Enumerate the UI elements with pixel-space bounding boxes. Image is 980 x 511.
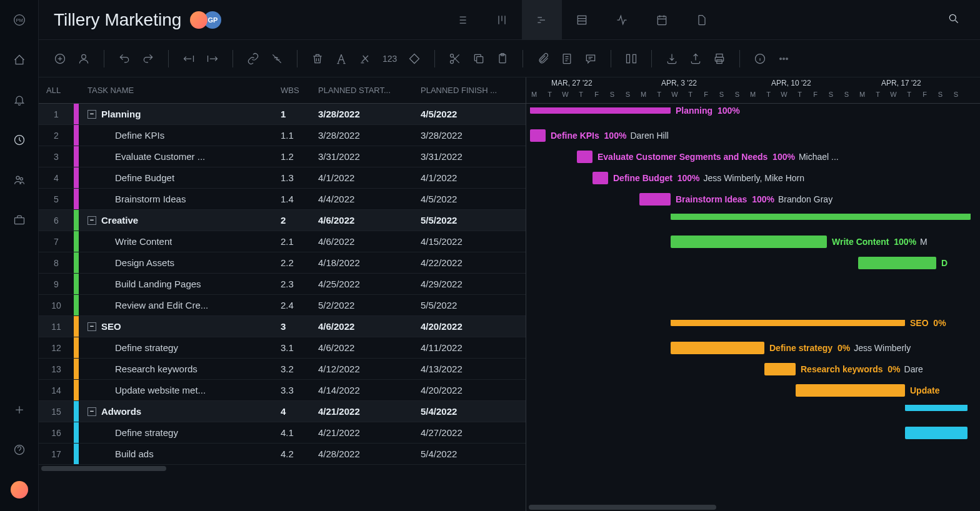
finish-cell[interactable]: 4/13/2022 — [421, 364, 526, 374]
start-cell[interactable]: 4/28/2022 — [318, 449, 421, 459]
task-name[interactable]: Define Budget — [79, 172, 281, 183]
gantt-bar[interactable]: Write Content 100%M — [671, 236, 827, 248]
finish-cell[interactable]: 4/5/2022 — [421, 109, 526, 119]
gantt-bar[interactable]: Define Budget 100%Jess Wimberly, Mike Ho… — [592, 172, 608, 184]
gantt-bar[interactable]: Planning 100% — [530, 107, 671, 114]
task-row[interactable]: 2 Define KPIs 1.1 3/28/2022 3/28/2022 — [39, 125, 526, 146]
task-name[interactable]: Design Assets — [79, 257, 281, 268]
undo-icon[interactable] — [118, 52, 131, 65]
notes-icon[interactable] — [561, 52, 573, 65]
attachment-icon[interactable] — [537, 52, 549, 65]
home-icon[interactable] — [11, 51, 28, 69]
start-cell[interactable]: 4/12/2022 — [318, 364, 421, 374]
start-cell[interactable]: 4/6/2022 — [318, 342, 421, 353]
paste-icon[interactable] — [496, 52, 509, 65]
import-icon[interactable] — [666, 52, 678, 65]
user-avatar[interactable] — [11, 481, 28, 499]
clear-format-icon[interactable] — [359, 52, 371, 65]
briefcase-icon[interactable] — [11, 211, 28, 229]
gantt-view-icon[interactable] — [522, 0, 562, 40]
task-row[interactable]: 5 Brainstorm Ideas 1.4 4/4/2022 4/5/2022 — [39, 189, 526, 210]
task-row[interactable]: 12 Define strategy 3.1 4/6/2022 4/11/202… — [39, 337, 526, 359]
copy-icon[interactable] — [472, 52, 485, 65]
task-row[interactable]: 10 Review and Edit Cre... 2.4 5/2/2022 5… — [39, 295, 526, 316]
task-row[interactable]: 1 −Planning 1 3/28/2022 4/5/2022 — [39, 104, 526, 125]
task-row[interactable]: 4 Define Budget 1.3 4/1/2022 4/1/2022 — [39, 167, 526, 189]
grid-scrollbar[interactable] — [39, 465, 526, 472]
calendar-view-icon[interactable] — [642, 0, 682, 40]
finish-cell[interactable]: 4/20/2022 — [421, 385, 526, 395]
task-row[interactable]: 13 Research keywords 3.2 4/12/2022 4/13/… — [39, 359, 526, 380]
task-row[interactable]: 17 Build ads 4.2 4/28/2022 5/4/2022 — [39, 444, 526, 465]
col-start[interactable]: PLANNED START... — [318, 86, 421, 95]
assign-icon[interactable] — [78, 52, 90, 65]
start-cell[interactable]: 4/25/2022 — [318, 279, 421, 289]
collapse-icon[interactable]: − — [88, 407, 96, 416]
task-name[interactable]: −SEO — [79, 321, 281, 332]
start-cell[interactable]: 4/1/2022 — [318, 172, 421, 183]
gantt-bar[interactable]: Evaluate Customer Segments and Needs 100… — [577, 151, 592, 163]
task-name[interactable]: −Adwords — [79, 406, 281, 417]
task-name[interactable]: Build Landing Pages — [79, 279, 281, 289]
task-row[interactable]: 15 −Adwords 4 4/21/2022 5/4/2022 — [39, 401, 526, 422]
print-icon[interactable] — [713, 52, 726, 65]
finish-cell[interactable]: 5/5/2022 — [421, 215, 526, 226]
task-name[interactable]: Evaluate Customer ... — [79, 151, 281, 162]
task-name[interactable]: Define strategy — [79, 342, 281, 353]
start-cell[interactable]: 4/4/2022 — [318, 194, 421, 204]
columns-icon[interactable] — [625, 52, 638, 65]
finish-cell[interactable]: 3/31/2022 — [421, 151, 526, 162]
finish-cell[interactable]: 4/20/2022 — [421, 321, 526, 332]
finish-cell[interactable]: 5/4/2022 — [421, 449, 526, 459]
col-name[interactable]: TASK NAME — [79, 86, 281, 95]
task-row[interactable]: 11 −SEO 3 4/6/2022 4/20/2022 — [39, 316, 526, 337]
logo-icon[interactable]: PM — [11, 11, 28, 29]
start-cell[interactable]: 3/28/2022 — [318, 130, 421, 141]
finish-cell[interactable]: 4/11/2022 — [421, 342, 526, 353]
gantt-bar[interactable]: Brainstorm Ideas 100%Brandon Gray — [639, 193, 671, 206]
task-name[interactable]: Brainstorm Ideas — [79, 194, 281, 204]
finish-cell[interactable]: 4/22/2022 — [421, 257, 526, 268]
info-icon[interactable] — [754, 52, 766, 65]
task-name[interactable]: Update website met... — [79, 385, 281, 395]
col-all[interactable]: ALL — [39, 86, 74, 95]
unlink-icon[interactable] — [271, 52, 283, 65]
clock-icon[interactable] — [11, 131, 28, 149]
search-icon[interactable] — [942, 7, 965, 32]
redo-icon[interactable] — [142, 52, 154, 65]
finish-cell[interactable]: 4/29/2022 — [421, 279, 526, 289]
gantt-scrollbar[interactable] — [526, 504, 980, 511]
start-cell[interactable]: 4/18/2022 — [318, 257, 421, 268]
finish-cell[interactable]: 5/5/2022 — [421, 300, 526, 310]
add-task-icon[interactable] — [54, 52, 66, 65]
task-name[interactable]: Write Content — [79, 236, 281, 247]
activity-view-icon[interactable] — [602, 0, 642, 40]
start-cell[interactable]: 5/2/2022 — [318, 300, 421, 310]
finish-cell[interactable]: 4/1/2022 — [421, 172, 526, 183]
start-cell[interactable]: 4/21/2022 — [318, 406, 421, 417]
gantt-bar[interactable]: Define strategy 0%Jess Wimberly — [671, 342, 764, 354]
start-cell[interactable]: 4/6/2022 — [318, 215, 421, 226]
board-view-icon[interactable] — [482, 0, 522, 40]
delete-icon[interactable] — [311, 52, 324, 65]
collapse-icon[interactable]: − — [88, 216, 96, 225]
task-row[interactable]: 8 Design Assets 2.2 4/18/2022 4/22/2022 — [39, 252, 526, 274]
gantt-bar[interactable] — [671, 214, 971, 220]
collapse-icon[interactable]: − — [88, 322, 96, 331]
export-icon[interactable] — [689, 52, 702, 65]
collapse-icon[interactable]: − — [88, 110, 96, 119]
outdent-icon[interactable] — [182, 52, 195, 65]
start-cell[interactable]: 3/31/2022 — [318, 151, 421, 162]
task-row[interactable]: 16 Define strategy 4.1 4/21/2022 4/27/20… — [39, 422, 526, 444]
gantt-bar[interactable] — [905, 405, 968, 411]
start-cell[interactable]: 4/21/2022 — [318, 427, 421, 438]
task-name[interactable]: −Creative — [79, 215, 281, 226]
task-row[interactable]: 7 Write Content 2.1 4/6/2022 4/15/2022 — [39, 231, 526, 252]
start-cell[interactable]: 4/6/2022 — [318, 236, 421, 247]
finish-cell[interactable]: 4/15/2022 — [421, 236, 526, 247]
font-icon[interactable] — [335, 52, 348, 65]
cut-icon[interactable] — [449, 52, 461, 65]
col-wbs[interactable]: WBS — [281, 86, 318, 95]
number-format[interactable]: 123 — [382, 54, 397, 64]
gantt-bar[interactable]: Define KPIs 100%Daren Hill — [530, 129, 546, 142]
